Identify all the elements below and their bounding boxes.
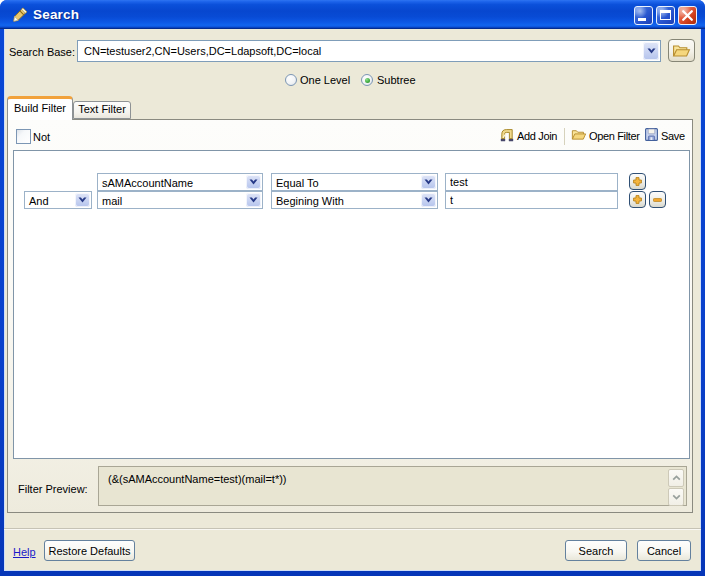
preview-scroll-down[interactable]	[668, 488, 684, 506]
search-dialog-icon	[11, 6, 29, 24]
close-button[interactable]	[678, 6, 697, 25]
save-icon	[645, 128, 658, 141]
operator-value-row2: Begining With	[276, 195, 344, 207]
footer-separator	[4, 528, 701, 530]
filter-preview-label: Filter Preview:	[18, 483, 88, 495]
chevron-down-icon	[672, 494, 681, 500]
remove-row-button-row2[interactable]	[649, 191, 666, 208]
attribute-combobox-row2[interactable]: mail	[97, 191, 263, 209]
attribute-value-row2: mail	[102, 195, 122, 207]
open-filter-icon	[571, 128, 587, 141]
cancel-button[interactable]: Cancel	[637, 540, 691, 561]
radio-one-level-label: One Level	[300, 74, 350, 86]
attribute-dropdown-arrow-row2[interactable]	[246, 193, 261, 207]
radio-one-level[interactable]	[285, 74, 297, 86]
open-folder-icon	[672, 43, 691, 58]
filter-preview-value: (&(sAMAccountName=test)(mail=t*))	[108, 473, 287, 485]
operator-combobox-row2[interactable]: Begining With	[271, 191, 438, 209]
tab-text-filter[interactable]: Text Filter	[73, 101, 131, 119]
operator-dropdown-arrow-row2[interactable]	[421, 193, 436, 207]
minus-icon	[653, 198, 662, 202]
join-operator-combobox[interactable]: And	[24, 191, 92, 209]
plus-icon	[633, 177, 642, 186]
plus-icon	[633, 195, 642, 204]
attribute-dropdown-arrow-row1[interactable]	[246, 175, 261, 189]
close-icon	[679, 7, 696, 24]
radio-subtree-label: Subtree	[377, 74, 416, 86]
operator-dropdown-arrow-row1[interactable]	[421, 175, 436, 189]
window-title: Search	[33, 7, 79, 22]
chevron-up-icon	[672, 475, 681, 481]
value-input-row1[interactable]	[445, 173, 618, 191]
minimize-icon	[638, 18, 646, 21]
tab-build-filter[interactable]: Build Filter	[7, 96, 73, 120]
value-input-row2[interactable]	[445, 191, 618, 209]
titlebar[interactable]: Search	[0, 0, 705, 29]
search-base-value: CN=testuser2,CN=Users,DC=Ldapsoft,DC=loc…	[84, 45, 321, 57]
preview-scroll-up[interactable]	[668, 469, 684, 487]
open-filter-button[interactable]: Open Filter	[589, 130, 640, 142]
maximize-button[interactable]	[656, 6, 675, 25]
save-button[interactable]: Save	[661, 130, 685, 142]
search-button[interactable]: Search	[565, 540, 627, 561]
operator-value-row1: Equal To	[276, 177, 319, 189]
browse-button[interactable]	[668, 39, 695, 62]
filter-preview-box[interactable]: (&(sAMAccountName=test)(mail=t*))	[98, 466, 687, 506]
search-base-dropdown-arrow[interactable]	[643, 42, 659, 60]
search-base-label: Search Base:	[9, 46, 75, 58]
help-link[interactable]: Help	[13, 546, 36, 558]
operator-combobox-row1[interactable]: Equal To	[271, 173, 438, 191]
attribute-value-row1: sAMAccountName	[102, 177, 193, 189]
add-join-button[interactable]: Add Join	[517, 130, 557, 142]
add-row-button-row2[interactable]	[629, 191, 646, 208]
add-row-button-row1[interactable]	[629, 173, 646, 190]
maximize-icon	[660, 10, 671, 20]
add-join-icon	[500, 127, 514, 142]
attribute-combobox-row1[interactable]: sAMAccountName	[97, 173, 263, 191]
minimize-button[interactable]	[634, 6, 653, 25]
radio-subtree[interactable]	[361, 74, 373, 86]
search-base-combobox[interactable]: CN=testuser2,CN=Users,DC=Ldapsoft,DC=loc…	[77, 40, 661, 62]
join-dropdown-arrow[interactable]	[75, 193, 90, 207]
restore-defaults-button[interactable]: Restore Defaults	[44, 540, 135, 561]
join-operator-value: And	[29, 195, 49, 207]
toolbar-separator	[564, 128, 565, 145]
filter-toolbar: Add Join Open Filter Save	[0, 126, 692, 146]
